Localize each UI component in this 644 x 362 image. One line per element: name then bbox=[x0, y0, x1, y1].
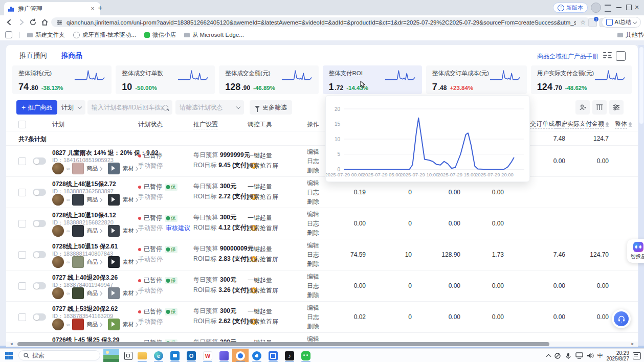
delete-button[interactable]: 删除 bbox=[307, 291, 319, 300]
taskbar-app-outlook[interactable]: O bbox=[183, 349, 199, 362]
boost-button[interactable]: 一键起量 bbox=[248, 276, 272, 285]
start-button[interactable] bbox=[5, 352, 13, 359]
tray-expand-icon[interactable] bbox=[546, 354, 551, 359]
taskbar-clock[interactable]: 20:29 2025/8/27 bbox=[607, 350, 630, 361]
taskbar-search[interactable]: 搜索 bbox=[18, 350, 100, 360]
column-header-tools[interactable]: 调控工具 bbox=[248, 120, 272, 129]
other-bookmarks[interactable]: 其他书签 bbox=[617, 31, 644, 39]
column-header-actions[interactable]: 操作 bbox=[307, 120, 319, 129]
ime-indicator[interactable]: 中 bbox=[597, 352, 603, 359]
tab-close-icon[interactable] bbox=[89, 5, 96, 12]
ai-summary-button[interactable]: AI总结 bbox=[602, 17, 641, 28]
grab-screen-button[interactable]: 搜索抢首屏 bbox=[248, 224, 278, 233]
tab-products[interactable]: 推商品 bbox=[61, 51, 82, 60]
plan-status-select[interactable]: 请筛选计划状态 bbox=[175, 100, 244, 115]
material-thumbnail[interactable] bbox=[108, 163, 120, 174]
product-link[interactable]: 商品 bbox=[86, 165, 98, 172]
browser-tab[interactable]: 推广管理 bbox=[4, 2, 100, 15]
log-button[interactable]: 日志 bbox=[307, 282, 319, 290]
plan-enable-toggle[interactable] bbox=[33, 313, 46, 321]
grab-screen-button[interactable]: 搜索抢首屏 bbox=[248, 255, 278, 264]
grab-screen-button[interactable]: 搜索抢首屏 bbox=[248, 286, 278, 295]
material-thumbnail[interactable] bbox=[108, 225, 120, 237]
edit-button[interactable]: 编辑 bbox=[307, 179, 319, 188]
microphone-icon[interactable] bbox=[565, 352, 572, 359]
row-checkbox[interactable] bbox=[18, 220, 26, 228]
material-link[interactable]: 素材 bbox=[122, 227, 134, 235]
settings-sliders-icon[interactable] bbox=[609, 100, 624, 115]
row-checkbox[interactable] bbox=[18, 282, 26, 290]
material-thumbnail[interactable] bbox=[108, 194, 120, 206]
boost-button[interactable]: 一键起量 bbox=[248, 183, 272, 191]
column-header-status[interactable]: 计划状态 bbox=[138, 120, 163, 129]
material-link[interactable]: 素材 bbox=[122, 258, 134, 266]
new-version-badge[interactable]: 新版本 bbox=[553, 3, 588, 13]
bookmark-star-icon[interactable] bbox=[580, 19, 586, 26]
product-link[interactable]: 商品 bbox=[86, 227, 98, 235]
column-header-numeric[interactable]: 用户实际支付金额 bbox=[571, 120, 615, 129]
grab-screen-button[interactable]: 搜索抢首屏 bbox=[248, 318, 278, 326]
weather-widget[interactable] bbox=[103, 349, 119, 362]
window-close-button[interactable] bbox=[635, 3, 642, 11]
product-link[interactable]: 商品 bbox=[86, 289, 98, 297]
home-icon[interactable] bbox=[40, 18, 49, 27]
plan-type-select[interactable]: 计划 bbox=[57, 100, 85, 115]
promote-product-button[interactable]: 推广商品 bbox=[16, 100, 57, 115]
volume-icon[interactable] bbox=[587, 352, 594, 359]
more-filters-button[interactable]: 更多筛选 bbox=[250, 100, 292, 115]
plan-enable-toggle[interactable] bbox=[33, 282, 46, 289]
product-thumbnail[interactable] bbox=[72, 225, 84, 237]
task-view-icon[interactable] bbox=[124, 352, 132, 360]
product-thumbnail[interactable] bbox=[72, 287, 84, 299]
product-thumbnail[interactable] bbox=[72, 163, 84, 174]
extension-icon[interactable]: 1 bbox=[588, 18, 597, 27]
window-maximize-button[interactable] bbox=[626, 5, 632, 10]
scroll-left-icon[interactable] bbox=[10, 341, 13, 346]
grab-screen-button[interactable]: 搜索抢首屏 bbox=[248, 193, 278, 201]
scroll-right-icon[interactable] bbox=[631, 341, 634, 346]
row-checkbox[interactable] bbox=[18, 157, 26, 165]
stat-card[interactable]: 整体成交订单成本(元)7.48+23.84% bbox=[426, 65, 527, 94]
column-header-setting[interactable]: 推广设置 bbox=[193, 120, 218, 129]
edit-button[interactable]: 编辑 bbox=[307, 241, 319, 250]
material-link[interactable]: 素材 bbox=[122, 321, 134, 328]
product-thumbnail[interactable] bbox=[72, 256, 84, 268]
material-link[interactable]: 素材 bbox=[122, 196, 134, 203]
network-icon[interactable] bbox=[575, 352, 583, 359]
plan-search-input[interactable]: 输入计划名称/ID后回车搜索 bbox=[87, 100, 172, 115]
row-checkbox[interactable] bbox=[18, 189, 26, 196]
delete-button[interactable]: 删除 bbox=[307, 197, 319, 206]
log-button[interactable]: 日志 bbox=[307, 188, 319, 197]
url-text[interactable]: qianchuan.jinritemai.com/uni-prom?aavid=… bbox=[66, 19, 576, 26]
material-thumbnail[interactable] bbox=[108, 287, 120, 299]
taskbar-app-douyin[interactable]: ♪ bbox=[281, 349, 298, 362]
edit-button[interactable]: 编辑 bbox=[307, 304, 319, 312]
taskbar-app-wechat[interactable] bbox=[298, 349, 314, 362]
taskbar-app-file-explorer[interactable] bbox=[134, 349, 150, 362]
product-link[interactable]: 商品 bbox=[86, 258, 98, 266]
forward-icon[interactable] bbox=[17, 18, 26, 27]
search-icon[interactable] bbox=[163, 105, 168, 110]
log-button[interactable]: 日志 bbox=[307, 251, 319, 259]
refresh-icon[interactable] bbox=[29, 18, 37, 27]
taskbar-app-purple-app[interactable] bbox=[216, 349, 232, 362]
layout-grid-icon[interactable] bbox=[603, 51, 612, 60]
notification-center-icon[interactable] bbox=[633, 352, 641, 359]
edit-button[interactable]: 编辑 bbox=[307, 210, 319, 219]
side-panel-icon[interactable] bbox=[5, 31, 12, 38]
edit-button[interactable]: 编辑 bbox=[307, 273, 319, 281]
taskbar-app-edge-browser[interactable]: e bbox=[150, 349, 167, 362]
smart-assistant-widget[interactable]: 智投星 bbox=[627, 239, 644, 263]
log-button[interactable]: 日志 bbox=[307, 219, 319, 228]
log-button[interactable]: 日志 bbox=[307, 157, 319, 166]
boost-button[interactable]: 一键起量 bbox=[248, 214, 272, 222]
row-checkbox[interactable] bbox=[18, 313, 26, 321]
material-link[interactable]: 素材 bbox=[122, 289, 134, 297]
delete-button[interactable]: 删除 bbox=[307, 322, 319, 331]
boost-button[interactable]: 一键起量 bbox=[248, 151, 272, 160]
plan-enable-toggle[interactable] bbox=[33, 220, 46, 227]
url-box[interactable]: qianchuan.jinritemai.com/uni-prom?aavid=… bbox=[51, 17, 591, 27]
browser-profile-avatar[interactable] bbox=[591, 3, 601, 13]
new-tab-button[interactable] bbox=[96, 4, 104, 12]
plan-enable-toggle[interactable] bbox=[33, 189, 46, 196]
